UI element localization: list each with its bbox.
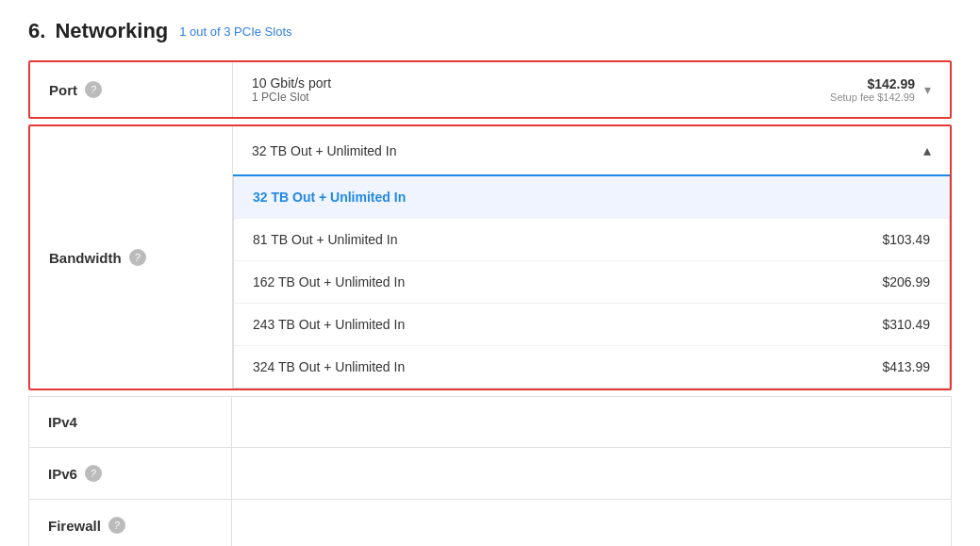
firewall-help-icon[interactable]: ? bbox=[108, 517, 125, 534]
port-dropdown-arrow[interactable]: ▾ bbox=[924, 82, 931, 97]
port-content-inner: 10 Gbit/s port 1 PCIe Slot $142.99 Setup… bbox=[252, 75, 931, 104]
ipv4-content bbox=[232, 397, 951, 447]
port-info: 10 Gbit/s port 1 PCIe Slot bbox=[252, 75, 331, 104]
port-name: 10 Gbit/s port bbox=[252, 75, 331, 91]
port-help-icon[interactable]: ? bbox=[85, 81, 102, 98]
port-price-main: $142.99 bbox=[830, 76, 915, 91]
bandwidth-dropdown: 32 TB Out + Unlimited In 81 TB Out + Unl… bbox=[233, 176, 950, 389]
bandwidth-option-2-price: $103.49 bbox=[882, 232, 930, 247]
section-header: 6. Networking 1 out of 3 PCIe Slots bbox=[28, 19, 952, 43]
bandwidth-option-3-label: 162 TB Out + Unlimited In bbox=[253, 274, 405, 290]
ipv6-content bbox=[232, 448, 951, 499]
bandwidth-option-5-label: 324 TB Out + Unlimited In bbox=[253, 359, 405, 374]
bandwidth-option-4-price: $310.49 bbox=[882, 317, 930, 332]
ipv4-row: IPv4 bbox=[29, 397, 951, 448]
bandwidth-select-wrapper: 32 TB Out + Unlimited In ▴ 32 TB Out + U… bbox=[233, 126, 950, 389]
bandwidth-label: Bandwidth ? bbox=[30, 126, 233, 389]
port-setup-fee: Setup fee $142.99 bbox=[830, 91, 915, 103]
bandwidth-option-1-label: 32 TB Out + Unlimited In bbox=[253, 190, 406, 205]
bandwidth-help-icon[interactable]: ? bbox=[129, 249, 146, 266]
bandwidth-option-4-label: 243 TB Out + Unlimited In bbox=[253, 317, 405, 332]
bandwidth-option-1[interactable]: 32 TB Out + Unlimited In bbox=[234, 176, 949, 219]
bandwidth-selected-text: 32 TB Out + Unlimited In bbox=[252, 143, 396, 158]
port-content: 10 Gbit/s port 1 PCIe Slot $142.99 Setup… bbox=[233, 62, 950, 117]
ipv6-help-icon[interactable]: ? bbox=[85, 465, 102, 482]
bandwidth-option-5[interactable]: 324 TB Out + Unlimited In $413.99 bbox=[234, 346, 949, 388]
bandwidth-row: Bandwidth ? 32 TB Out + Unlimited In ▴ 3… bbox=[28, 124, 952, 390]
firewall-label: Firewall ? bbox=[29, 500, 232, 546]
bandwidth-option-5-price: $413.99 bbox=[882, 359, 930, 374]
firewall-row: Firewall ? bbox=[29, 500, 951, 546]
section-title: 6. Networking bbox=[28, 19, 168, 43]
port-label: Port ? bbox=[30, 62, 233, 117]
bandwidth-row-inner: Bandwidth ? 32 TB Out + Unlimited In ▴ 3… bbox=[30, 126, 950, 389]
ipv4-label: IPv4 bbox=[29, 397, 232, 447]
port-row: Port ? 10 Gbit/s port 1 PCIe Slot $142.9… bbox=[28, 60, 952, 119]
section-subtitle: 1 out of 3 PCIe Slots bbox=[179, 25, 291, 39]
bandwidth-select-display[interactable]: 32 TB Out + Unlimited In ▴ bbox=[233, 126, 950, 176]
bandwidth-option-2[interactable]: 81 TB Out + Unlimited In $103.49 bbox=[234, 219, 949, 261]
bandwidth-option-2-label: 81 TB Out + Unlimited In bbox=[253, 232, 397, 247]
other-rows: IPv4 IPv6 ? Firewall ? bbox=[28, 396, 952, 546]
bandwidth-option-3[interactable]: 162 TB Out + Unlimited In $206.99 bbox=[234, 261, 949, 304]
port-price: $142.99 Setup fee $142.99 bbox=[830, 76, 915, 103]
bandwidth-dropdown-arrow: ▴ bbox=[923, 141, 931, 159]
page: 6. Networking 1 out of 3 PCIe Slots Port… bbox=[0, 0, 980, 546]
firewall-content bbox=[232, 500, 951, 546]
bandwidth-option-4[interactable]: 243 TB Out + Unlimited In $310.49 bbox=[234, 304, 949, 346]
port-slot: 1 PCIe Slot bbox=[252, 91, 331, 104]
bandwidth-option-3-price: $206.99 bbox=[882, 274, 930, 290]
ipv6-label: IPv6 ? bbox=[29, 448, 232, 499]
ipv6-row: IPv6 ? bbox=[29, 448, 951, 500]
